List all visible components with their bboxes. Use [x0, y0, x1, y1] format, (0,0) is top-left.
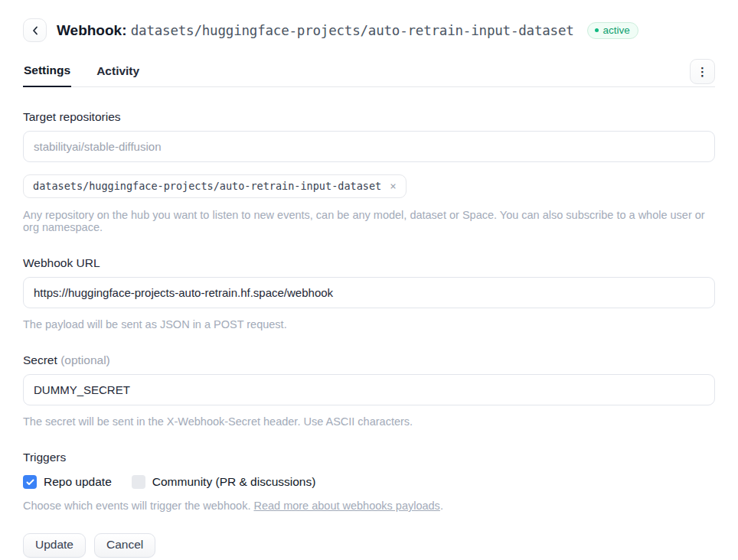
webhooks-payloads-link[interactable]: Read more about webhooks payloads [253, 500, 439, 512]
trigger-option-community[interactable]: Community (PR & discussions) [132, 475, 316, 489]
tab-bar: Settings Activity ⋮ [23, 57, 715, 87]
secret-optional-text: (optional) [60, 353, 110, 366]
secret-help: The secret will be sent in the X-Webhook… [23, 415, 715, 428]
triggers-help-prefix: Choose which events will trigger the web… [23, 500, 253, 512]
secret-label-text: Secret [23, 353, 57, 366]
checkbox-unchecked-icon[interactable] [132, 475, 145, 489]
status-dot-icon [595, 28, 599, 32]
secret-label: Secret (optional) [23, 353, 715, 367]
check-icon [26, 479, 34, 486]
triggers-help-suffix: . [440, 500, 443, 512]
tab-settings[interactable]: Settings [23, 57, 71, 87]
checkbox-checked-icon[interactable] [23, 475, 37, 489]
target-repositories-label: Target repositories [23, 110, 715, 124]
back-button[interactable] [23, 18, 47, 42]
triggers-label: Triggers [23, 451, 715, 464]
more-options-button[interactable]: ⋮ [690, 59, 715, 84]
status-badge: active [587, 22, 638, 39]
trigger-option-repo-update[interactable]: Repo update [23, 475, 112, 489]
webhook-url-help: The payload will be sent as JSON in a PO… [23, 318, 715, 330]
triggers-help: Choose which events will trigger the web… [23, 500, 715, 512]
cancel-button[interactable]: Cancel [94, 533, 155, 558]
chevron-left-icon [31, 25, 39, 36]
page-title: Webhook: datasets/huggingface-projects/a… [57, 22, 574, 39]
triggers-options: Repo update Community (PR & discussions) [23, 475, 715, 489]
trigger-community-label: Community (PR & discussions) [152, 475, 316, 489]
status-badge-label: active [603, 24, 630, 36]
secret-input[interactable] [23, 374, 715, 405]
kebab-menu-icon: ⋮ [697, 66, 708, 77]
form-actions: Update Cancel [23, 533, 715, 560]
chip-list: datasets/huggingface-projects/auto-retra… [23, 162, 715, 198]
header: Webhook: datasets/huggingface-projects/a… [23, 18, 715, 42]
trigger-repo-update-label: Repo update [44, 475, 112, 489]
target-repositories-input[interactable] [23, 131, 715, 162]
webhook-url-label: Webhook URL [23, 256, 715, 270]
webhook-settings-page: Webhook: datasets/huggingface-projects/a… [0, 0, 738, 560]
update-button[interactable]: Update [23, 533, 86, 558]
page-title-label: Webhook: [57, 22, 126, 38]
target-repositories-help: Any repository on the hub you want to li… [23, 209, 715, 233]
tab-activity[interactable]: Activity [96, 58, 140, 86]
webhook-url-input[interactable] [23, 277, 715, 308]
repo-chip-label: datasets/huggingface-projects/auto-retra… [33, 180, 381, 192]
webhook-repo-name: datasets/huggingface-projects/auto-retra… [131, 23, 574, 38]
repo-chip: datasets/huggingface-projects/auto-retra… [23, 174, 407, 198]
chip-remove-icon[interactable]: × [390, 181, 396, 191]
